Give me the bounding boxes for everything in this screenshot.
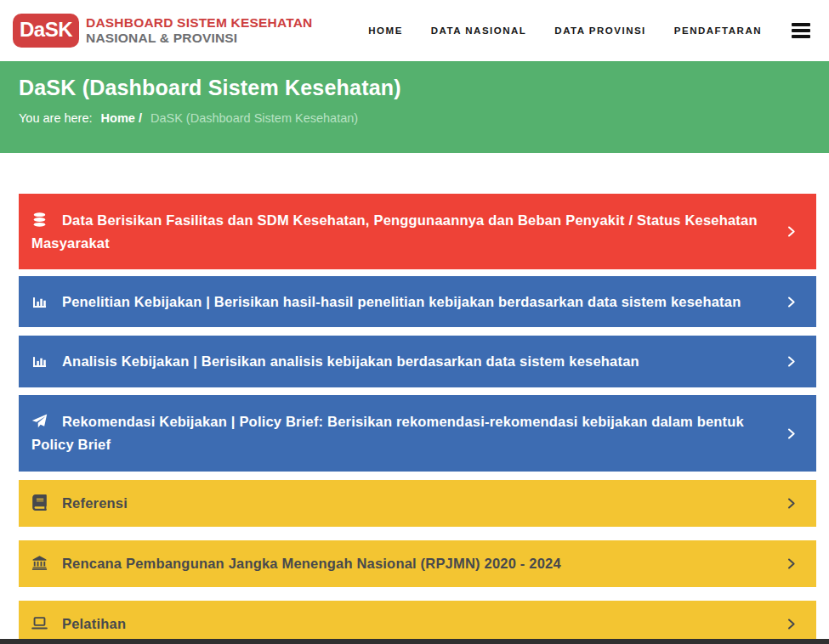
chevron-right-icon: [785, 355, 798, 368]
main-nav: HOME DATA NASIONAL DATA PROVINSI PENDAFT…: [368, 20, 812, 42]
chevron-right-icon: [785, 618, 798, 630]
nav-item-data-provinsi[interactable]: DATA PROVINSI: [554, 25, 645, 36]
accordion-item-label: Data Berisikan Fasilitas dan SDM Kesehat…: [31, 212, 758, 251]
accordion-item-label: Penelitian Kebijakan | Berisikan hasil-h…: [62, 294, 741, 309]
logo-text: DASHBOARD SISTEM KESEHATAN NASIONAL & PR…: [86, 15, 312, 46]
bar-chart-icon: [31, 293, 48, 309]
accordion-item-analisis-kebijakan[interactable]: Analisis Kebijakan | Berisikan analisis …: [19, 336, 816, 387]
bar-chart-icon: [31, 353, 48, 369]
footer-top-strip: [0, 639, 829, 644]
database-icon: [31, 212, 48, 228]
chevron-right-icon: [785, 427, 798, 440]
chevron-right-icon: [785, 296, 798, 308]
nav-item-home[interactable]: HOME: [368, 25, 403, 36]
accordion-item-referensi[interactable]: Referensi: [19, 480, 816, 527]
page-title: DaSK (Dashboard Sistem Kesehatan): [19, 76, 810, 100]
book-icon: [31, 494, 48, 511]
accordion-item-data-fasilitas[interactable]: Data Berisikan Fasilitas dan SDM Kesehat…: [19, 194, 816, 269]
page-banner: DaSK (Dashboard Sistem Kesehatan) You ar…: [0, 61, 829, 153]
accordion-item-label: Rencana Pembangunan Jangka Menengah Nasi…: [62, 556, 561, 571]
chevron-right-icon: [785, 497, 798, 510]
nav-item-data-nasional[interactable]: DATA NASIONAL: [431, 25, 527, 36]
logo-mark: DaSK: [13, 14, 79, 48]
breadcrumb-home-link[interactable]: Home /: [101, 111, 142, 125]
site-logo[interactable]: DaSK DASHBOARD SISTEM KESEHATAN NASIONAL…: [13, 14, 312, 48]
laptop-icon: [31, 615, 48, 631]
chevron-right-icon: [785, 557, 798, 570]
accordion-list: Data Berisikan Fasilitas dan SDM Kesehat…: [0, 153, 829, 644]
accordion-item-rpjmn[interactable]: Rencana Pembangunan Jangka Menengah Nasi…: [19, 540, 816, 587]
accordion-item-label: Pelatihan: [62, 616, 126, 631]
logo-title-line2: NASIONAL & PROVINSI: [86, 31, 312, 46]
accordion-item-label: Rekomendasi Kebijakan | Policy Brief: Be…: [31, 414, 744, 452]
accordion-item-rekomendasi-kebijakan[interactable]: Rekomendasi Kebijakan | Policy Brief: Be…: [19, 395, 816, 472]
accordion-item-pelatihan[interactable]: Pelatihan: [19, 601, 816, 644]
accordion-item-label: Referensi: [62, 495, 128, 511]
bank-icon: [31, 555, 48, 571]
logo-title-line1: DASHBOARD SISTEM KESEHATAN: [86, 15, 312, 31]
chevron-right-icon: [785, 225, 798, 238]
top-header: DaSK DASHBOARD SISTEM KESEHATAN NASIONAL…: [0, 0, 829, 61]
breadcrumb-current: DaSK (Dashboard Sistem Kesehatan): [150, 111, 358, 125]
hamburger-menu-icon[interactable]: [790, 20, 812, 42]
breadcrumb: You are here: Home / DaSK (Dashboard Sis…: [19, 111, 810, 125]
accordion-item-label: Analisis Kebijakan | Berisikan analisis …: [62, 353, 639, 369]
accordion-item-penelitian-kebijakan[interactable]: Penelitian Kebijakan | Berisikan hasil-h…: [19, 276, 816, 327]
nav-item-pendaftaran[interactable]: PENDAFTARAN: [674, 25, 762, 36]
paper-plane-icon: [31, 413, 48, 429]
breadcrumb-prefix: You are here:: [19, 111, 93, 125]
